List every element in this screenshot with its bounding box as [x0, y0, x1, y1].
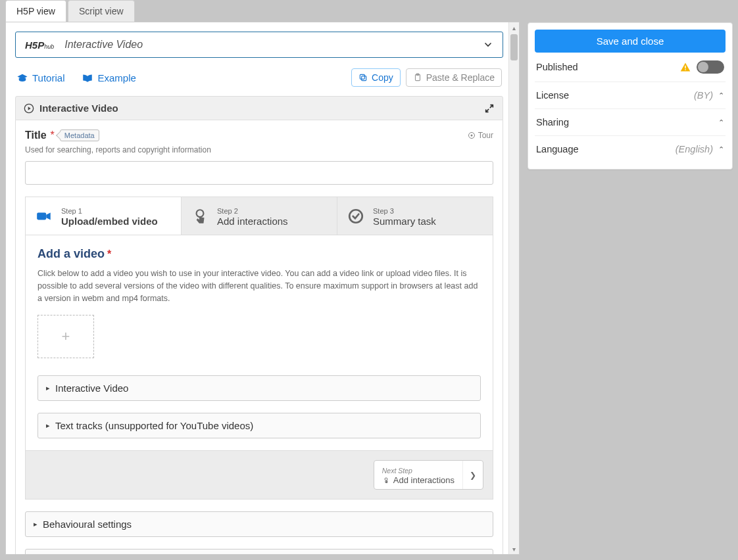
svg-point-8 [197, 210, 204, 217]
h5p-logo: H5Phub [25, 39, 54, 51]
svg-rect-12 [685, 69, 685, 70]
paste-replace-button[interactable]: Paste & Replace [406, 68, 502, 87]
language-label: Language [536, 144, 579, 154]
svg-point-10 [385, 478, 387, 480]
svg-rect-1 [360, 74, 364, 79]
section-header: Interactive Video [15, 96, 503, 120]
tour-button[interactable]: Tour [468, 131, 493, 140]
view-tabs: H5P view Script view [5, 0, 520, 22]
title-label: Title [25, 129, 47, 141]
touch-icon [191, 207, 209, 225]
next-step-small: Next Step [382, 467, 412, 475]
tutorial-link[interactable]: Tutorial [16, 72, 64, 83]
tutorial-label: Tutorial [32, 72, 64, 83]
license-value: (BY) [694, 90, 713, 101]
caret-right-icon: ▸ [46, 421, 50, 430]
sharing-row[interactable]: Sharing ⌃ [535, 109, 726, 136]
published-label: Published [536, 62, 578, 72]
step1-num: Step 1 [61, 207, 82, 215]
svg-rect-7 [37, 212, 46, 220]
sidebar-card: Save and close Published License (BY) ⌃ [528, 22, 733, 170]
play-circle-icon [24, 103, 34, 114]
add-video-button[interactable]: + [37, 315, 94, 358]
published-row: Published [535, 53, 726, 82]
next-step-button[interactable]: Next Step Add interactions ❯ [374, 460, 483, 490]
iv-section-label: Interactive Video [55, 383, 128, 394]
tab-h5p-view[interactable]: H5P view [5, 0, 66, 22]
tour-label: Tour [478, 131, 493, 140]
step1-label: Upload/embed video [61, 216, 158, 227]
caret-right-icon: ▸ [34, 520, 37, 528]
chevron-right-icon: ❯ [462, 461, 483, 489]
license-label: License [536, 90, 569, 101]
plus-icon: + [62, 328, 70, 345]
step3-label: Summary task [373, 216, 436, 227]
clipboard-icon [413, 73, 422, 82]
section-title: Interactive Video [39, 103, 118, 114]
behavioural-settings-section[interactable]: ▸ Behavioural settings [25, 511, 493, 537]
chevron-down-icon [483, 39, 493, 50]
save-close-button[interactable]: Save and close [535, 30, 726, 53]
language-value: (English) [676, 144, 713, 154]
svg-rect-0 [362, 76, 366, 81]
content-type-name: Interactive Video [64, 39, 143, 51]
step3-num: Step 3 [373, 207, 394, 215]
scroll-down-icon[interactable]: ▾ [509, 544, 519, 554]
copy-label: Copy [372, 72, 393, 83]
copy-icon [358, 73, 368, 82]
example-label: Example [97, 72, 135, 83]
paste-label: Paste & Replace [426, 72, 495, 83]
example-link[interactable]: Example [82, 72, 135, 83]
next-step-label: Add interactions [393, 475, 455, 485]
video-camera-icon [35, 207, 53, 225]
target-icon [468, 131, 476, 139]
tt-section-label: Text tracks (unsupported for YouTube vid… [55, 420, 253, 431]
text-overrides-section[interactable]: ▸ Text overrides and translations [25, 549, 493, 554]
step-1-tab[interactable]: Step 1 Upload/embed video [26, 197, 182, 235]
behavioural-label: Behavioural settings [43, 519, 132, 530]
chevron-up-icon: ⌃ [718, 145, 724, 154]
copy-button[interactable]: Copy [351, 68, 401, 87]
step-3-tab[interactable]: Step 3 Summary task [337, 197, 493, 235]
add-video-heading: Add a video* [37, 247, 481, 261]
step-tabs: Step 1 Upload/embed video Step 2 Add int… [25, 197, 493, 235]
published-toggle[interactable] [697, 60, 724, 74]
book-icon [82, 73, 93, 82]
language-row[interactable]: Language (English) ⌃ [535, 136, 726, 162]
scroll-thumb[interactable] [510, 34, 518, 60]
tab-script-view[interactable]: Script view [68, 0, 135, 22]
graduation-cap-icon [16, 73, 28, 82]
step2-label: Add interactions [217, 216, 288, 227]
step-2-tab[interactable]: Step 2 Add interactions [182, 197, 337, 235]
add-video-description: Click below to add a video you wish to u… [37, 268, 481, 304]
title-input[interactable] [25, 161, 493, 185]
scrollbar[interactable]: ▴ ▾ [508, 22, 519, 554]
warning-triangle-icon [679, 62, 691, 72]
metadata-button[interactable]: Metadata [60, 129, 99, 141]
editor-panel: H5Phub Interactive Video Tutorial [5, 22, 520, 555]
title-help: Used for searching, reports and copyrigh… [25, 145, 493, 154]
text-tracks-section[interactable]: ▸ Text tracks (unsupported for YouTube v… [37, 413, 481, 438]
svg-point-6 [470, 135, 472, 137]
scroll-up-icon[interactable]: ▴ [509, 22, 519, 33]
step2-num: Step 2 [217, 207, 238, 215]
chevron-up-icon: ⌃ [718, 91, 724, 100]
touch-icon [382, 477, 390, 484]
interactive-video-section[interactable]: ▸ Interactive Video [37, 375, 481, 401]
content-type-select[interactable]: H5Phub Interactive Video [15, 32, 503, 58]
expand-icon[interactable] [484, 103, 495, 114]
svg-rect-11 [685, 66, 685, 68]
check-circle-icon [347, 207, 365, 225]
required-asterisk: * [51, 129, 55, 141]
chevron-up-icon: ⌃ [718, 118, 724, 127]
caret-right-icon: ▸ [46, 384, 50, 392]
license-row[interactable]: License (BY) ⌃ [535, 82, 726, 109]
sharing-label: Sharing [536, 117, 569, 128]
